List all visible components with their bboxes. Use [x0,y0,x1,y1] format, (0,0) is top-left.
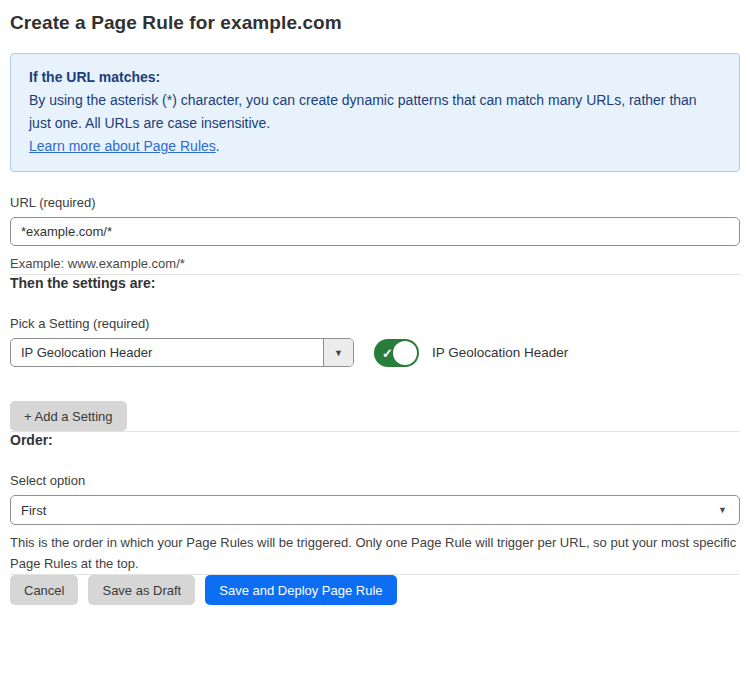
link-suffix: . [216,138,220,154]
add-setting-button[interactable]: + Add a Setting [10,401,127,431]
save-as-draft-button[interactable]: Save as Draft [88,575,195,605]
toggle-group: ✓ IP Geolocation Header [374,339,568,367]
order-section-heading: Order: [10,432,740,448]
url-field-group: URL (required) Example: www.example.com/… [10,195,740,274]
chevron-down-icon: ▼ [718,505,727,515]
select-option-label: Select option [10,473,740,488]
save-and-deploy-button[interactable]: Save and Deploy Page Rule [205,575,396,605]
learn-more-link[interactable]: Learn more about Page Rules [29,138,216,154]
url-example-helper: Example: www.example.com/* [10,253,740,274]
toggle-label: IP Geolocation Header [432,345,568,360]
setting-row: IP Geolocation Header ▼ ✓ IP Geolocation… [10,338,740,367]
ip-geolocation-toggle[interactable]: ✓ [374,339,419,367]
chevron-down-icon: ▼ [334,348,343,358]
info-box-body: By using the asterisk (*) character, you… [29,89,721,135]
setting-picker-dropdown[interactable]: IP Geolocation Header ▼ [10,338,354,367]
footer-actions: Cancel Save as Draft Save and Deploy Pag… [10,575,740,605]
order-helper-text: This is the order in which your Page Rul… [10,532,740,574]
pick-setting-label: Pick a Setting (required) [10,316,740,331]
setting-picker-value: IP Geolocation Header [11,339,323,366]
cancel-button[interactable]: Cancel [10,575,78,605]
order-select[interactable]: First ▼ [10,495,740,525]
url-label: URL (required) [10,195,740,210]
settings-section-heading: Then the settings are: [10,275,740,291]
toggle-knob [393,341,417,365]
check-icon: ✓ [382,346,393,359]
info-box-heading: If the URL matches: [29,66,721,89]
page-title: Create a Page Rule for example.com [10,12,740,34]
url-input[interactable] [10,217,740,246]
url-matches-info-box: If the URL matches: By using the asteris… [10,53,740,172]
order-select-value: First [21,503,46,518]
setting-picker-arrow-button[interactable]: ▼ [323,339,353,366]
